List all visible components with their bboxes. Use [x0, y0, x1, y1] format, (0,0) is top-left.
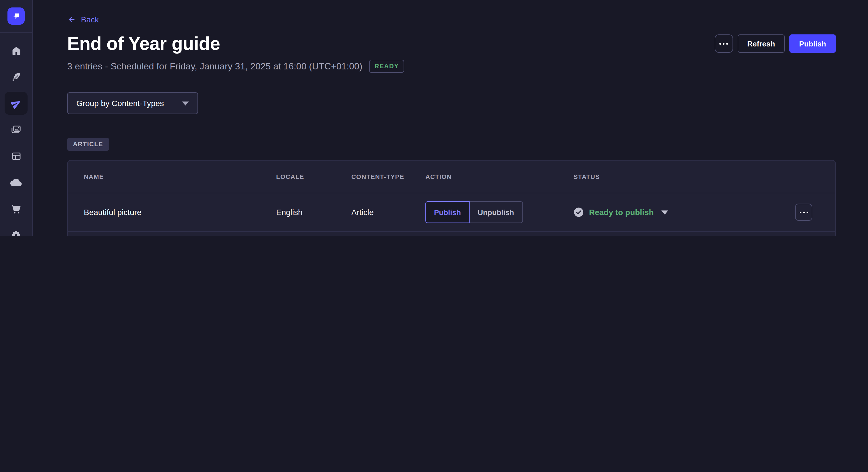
group-by-dropdown[interactable]: Group by Content-Types [67, 92, 198, 114]
chevron-down-icon [182, 101, 189, 105]
sidebar-item-content-type-builder[interactable] [5, 144, 28, 167]
app-window: KD Back End of Year guide 3 entries - Sc… [0, 0, 868, 236]
row-unpublish-button[interactable]: Unpublish [470, 201, 523, 223]
sidebar-item-content-manager[interactable] [5, 65, 28, 88]
chevron-down-icon [661, 210, 668, 214]
cloud-icon [10, 177, 22, 188]
back-link[interactable]: Back [67, 15, 99, 24]
group-by-label: Group by Content-Types [76, 99, 164, 108]
release-more-button[interactable] [714, 34, 733, 53]
entry-name: Beautiful picture [84, 208, 276, 217]
sidebar-nav [5, 39, 28, 236]
entry-status-label: Ready to publish [589, 208, 654, 217]
column-header-name: NAME [84, 173, 276, 180]
column-header-locale: LOCALE [276, 173, 351, 180]
column-header-action: ACTION [425, 173, 574, 180]
column-header-status: STATUS [574, 173, 795, 180]
home-icon [11, 45, 22, 56]
sidebar: KD [0, 0, 33, 236]
row-publish-button[interactable]: Publish [425, 201, 470, 223]
gear-icon [10, 229, 22, 236]
sidebar-item-home[interactable] [5, 39, 28, 62]
sidebar-item-marketplace[interactable] [5, 197, 28, 220]
row-more-button[interactable] [795, 204, 812, 221]
main-content: Back End of Year guide 3 entries - Sched… [33, 0, 868, 236]
logo-container [0, 0, 32, 33]
sidebar-item-deploy[interactable] [5, 171, 28, 194]
publish-release-button[interactable]: Publish [789, 34, 836, 53]
column-header-content-type: CONTENT-TYPE [351, 173, 425, 180]
table-row: A bug is becoming a meme on the internet… [68, 231, 835, 236]
entry-status-dropdown[interactable]: Ready to publish [574, 207, 668, 217]
back-label: Back [81, 15, 99, 24]
content-type-group-badge: ARTICLE [67, 138, 109, 151]
images-icon [10, 124, 22, 135]
refresh-button[interactable]: Refresh [737, 34, 785, 53]
entry-content-type: Article [351, 208, 425, 217]
back-arrow-icon [67, 15, 76, 24]
layout-icon [11, 150, 22, 162]
action-segment: Publish Unpublish [425, 201, 523, 223]
strapi-logo-icon [11, 11, 21, 21]
check-circle-icon [574, 207, 584, 217]
table-header-row: NAME LOCALE CONTENT-TYPE ACTION STATUS [68, 161, 835, 193]
feather-icon [11, 71, 22, 82]
paper-plane-icon [11, 98, 22, 109]
more-horizontal-icon [719, 43, 728, 44]
sidebar-item-releases[interactable] [5, 92, 28, 115]
entries-table-card: NAME LOCALE CONTENT-TYPE ACTION STATUS B… [67, 160, 836, 236]
strapi-logo [7, 7, 25, 25]
entry-locale: English [276, 208, 351, 217]
release-schedule-text: 3 entries - Scheduled for Friday, Januar… [67, 61, 362, 71]
header-actions: Refresh Publish [714, 34, 836, 53]
table-row: Beautiful picture English Article Publis… [68, 193, 835, 231]
subtitle-row: 3 entries - Scheduled for Friday, Januar… [67, 60, 836, 73]
sidebar-item-settings[interactable] [5, 224, 28, 236]
sidebar-item-media-library[interactable] [5, 118, 28, 141]
status-badge: READY [369, 60, 404, 73]
cart-icon [11, 203, 22, 214]
more-horizontal-icon [799, 211, 808, 213]
